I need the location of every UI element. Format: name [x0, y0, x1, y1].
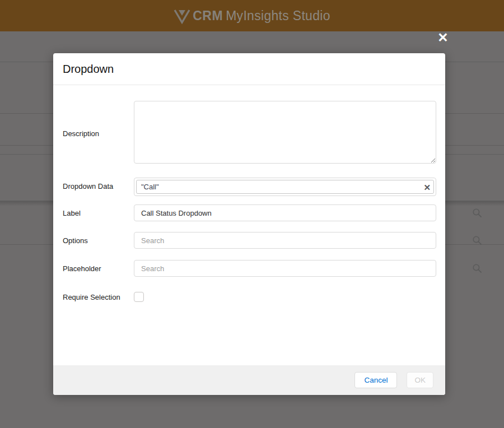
- label-field-label: Label: [63, 209, 81, 217]
- dropdown-data-field: ✕: [134, 178, 436, 196]
- clear-icon[interactable]: ✕: [423, 183, 431, 191]
- app-header: CRM MyInsights Studio: [0, 0, 504, 31]
- close-icon[interactable]: ✕: [435, 29, 451, 46]
- label-input[interactable]: [134, 204, 436, 221]
- dropdown-data-label: Dropdown Data: [63, 182, 113, 190]
- ok-button[interactable]: OK: [407, 372, 433, 388]
- logo-brand-text: CRM: [193, 8, 223, 24]
- dialog-footer: Cancel OK: [53, 365, 445, 395]
- placeholder-search-input[interactable]: [134, 260, 436, 277]
- dialog-title: Dropdown: [63, 63, 114, 76]
- placeholder-label: Placeholder: [63, 264, 101, 273]
- dropdown-data-input[interactable]: [136, 180, 434, 194]
- cancel-button[interactable]: Cancel: [354, 372, 397, 388]
- options-label: Options: [63, 236, 88, 245]
- require-selection-checkbox[interactable]: [134, 292, 144, 302]
- description-textarea[interactable]: [134, 101, 436, 164]
- logo-product-text: MyInsights Studio: [226, 8, 330, 24]
- app-logo: CRM MyInsights Studio: [174, 7, 330, 24]
- options-search-input[interactable]: [134, 232, 436, 249]
- require-selection-label: Require Selection: [63, 293, 120, 301]
- veeva-v-icon: [174, 8, 190, 24]
- description-label: Description: [63, 129, 99, 138]
- dialog-header: Dropdown: [53, 53, 445, 85]
- dropdown-properties-dialog: Dropdown Description Dropdown Data ✕ Lab…: [53, 53, 445, 395]
